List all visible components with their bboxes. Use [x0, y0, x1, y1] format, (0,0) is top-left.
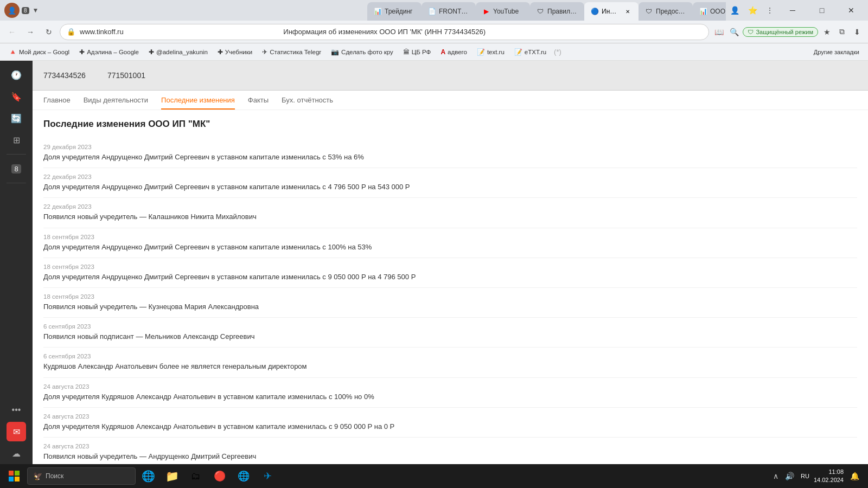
tab-predost[interactable]: 🛡 Предоставл...	[639, 2, 693, 21]
sidebar-icon-bookmark[interactable]: 🔖	[7, 87, 26, 106]
bookmark-cbrf[interactable]: 🏛 ЦБ РФ	[399, 47, 436, 57]
bookmark-advego[interactable]: A адвего	[436, 47, 471, 57]
main-layout: 🕐 🔖 🔄 ⊞ 8 ••• ✉ ☁ 7734434526	[0, 61, 868, 467]
change-item-3: 18 сентября 2023 Доля учредителя Андруще…	[43, 228, 857, 258]
tab-youtube[interactable]: ▶ YouTube	[476, 2, 530, 21]
search-icon[interactable]: 🔍	[727, 25, 741, 38]
bookmark-uchebs[interactable]: ✚ Учебники	[213, 47, 257, 57]
sidebar-icon-apps[interactable]: ⊞	[7, 130, 26, 150]
secure-mode-badge[interactable]: 🛡 Защищённый режим	[743, 27, 818, 37]
forward-button[interactable]: →	[23, 24, 38, 40]
bookmark-label-stats: Статистика Telegr	[270, 49, 321, 55]
nav-tab-activities[interactable]: Виды деятельности	[84, 96, 148, 110]
change-item-6: 6 сентября 2023 Появился новый подписант…	[43, 318, 857, 348]
refresh-button[interactable]: ↻	[41, 24, 56, 40]
bookmark-favicon-stats: ✈	[262, 48, 267, 56]
favorites-icon[interactable]: ⭐	[746, 4, 760, 17]
sidebar-icon-clock[interactable]: 🕐	[7, 65, 26, 85]
bookmark-adelina-tg[interactable]: ✚ @adelina_yakunin	[144, 47, 212, 57]
sidebar-icon-cloud[interactable]: ☁	[7, 444, 26, 463]
tab-favicon-youtube: ▶	[482, 8, 490, 15]
bookmark-favicon-my-disk: 🔺	[9, 48, 17, 56]
collections-icon[interactable]: ⧉	[835, 25, 848, 38]
content-area: 7734434526 771501001 Главное Виды деятел…	[33, 61, 868, 467]
bookmark-etxt[interactable]: 📝 eTXT.ru	[510, 47, 551, 57]
sidebar-icon-refresh[interactable]: 🔄	[7, 108, 26, 128]
read-mode-icon[interactable]: 📖	[712, 25, 725, 38]
nav-tab-facts[interactable]: Факты	[248, 96, 269, 110]
sidebar-divider-1	[7, 154, 26, 155]
change-date-2: 22 декабря 2023	[43, 203, 857, 210]
inn-block-2: 771501001	[107, 71, 145, 80]
change-date-3: 18 сентября 2023	[43, 234, 857, 240]
tab-trading[interactable]: 📊 Трейдинг	[367, 2, 422, 21]
taskbar-app-telegram[interactable]: ✈	[256, 465, 279, 487]
shield-icon: 🛡	[748, 29, 754, 35]
svg-rect-3	[15, 477, 20, 481]
bookmark-photo[interactable]: 📷 Сделать фото кру	[327, 47, 398, 57]
bookmark-favicon-advego: A	[441, 48, 445, 56]
bookmark-textru[interactable]: 📝 text.ru	[473, 47, 509, 57]
taskbar-search-bird: 🦅	[33, 472, 42, 480]
nav-tab-main[interactable]: Главное	[43, 96, 71, 110]
window-controls: 👤 ⭐ ⋮ ─ □ ✕	[728, 0, 864, 21]
sidebar-icon-more[interactable]: •••	[7, 400, 26, 420]
notification-center-icon[interactable]: 🔔	[848, 471, 861, 481]
minimize-button[interactable]: ─	[780, 0, 805, 21]
bookmark-more[interactable]: Другие закладки	[809, 47, 864, 57]
apps-icon: ⊞	[13, 135, 20, 145]
tab-favicon-predost: 🛡	[645, 8, 653, 15]
chevron-icon[interactable]: ∧	[771, 471, 781, 481]
tab-info[interactable]: 🔵 Информ... ✕	[584, 2, 639, 21]
close-button[interactable]: ✕	[839, 0, 864, 21]
change-date-7: 6 сентября 2023	[43, 353, 857, 359]
change-item-4: 18 сентября 2023 Доля учредителя Андруще…	[43, 258, 857, 288]
sidebar-icon-mail[interactable]: ✉	[7, 422, 26, 441]
menu-icon[interactable]: ⋮	[764, 4, 776, 17]
nav-tab-changes[interactable]: Последние изменения	[161, 96, 235, 110]
bookmark-label-textru: text.ru	[487, 49, 505, 55]
back-button[interactable]: ←	[4, 24, 20, 40]
bookmark-label-advego: адвего	[448, 49, 467, 55]
badge-icon: 8	[11, 164, 21, 174]
download-icon[interactable]: ⬇	[851, 25, 864, 38]
change-text-5: Появился новый учредитель — Кузнецова Ма…	[43, 302, 857, 312]
speaker-icon[interactable]: 🔊	[783, 471, 796, 481]
taskbar-search-box[interactable]: 🦅 Поиск	[27, 467, 136, 485]
bookmark-favicon-photo: 📷	[331, 48, 339, 56]
change-date-8: 24 августа 2023	[43, 383, 857, 390]
maximize-button[interactable]: □	[809, 0, 834, 21]
user-icon[interactable]: 👤	[728, 4, 742, 17]
bookmark-label-adelina: Адэлина – Google	[87, 49, 139, 55]
taskbar-app-explorer[interactable]: 📁	[161, 465, 183, 487]
address-bar-container: 🔒 www.tinkoff.ru Информация об изменения…	[60, 24, 709, 40]
changes-section: Последние изменения ООО ИП "МК" 29 декаб…	[33, 110, 868, 467]
bookmark-adelina[interactable]: ✚ Адэлина – Google	[75, 47, 143, 57]
tab-label-predost: Предоставл...	[656, 8, 686, 15]
change-text-1: Доля учредителя Андрущенко Дмитрий Серге…	[43, 182, 857, 192]
expand-icon[interactable]: ▼	[33, 7, 39, 14]
address-bar: ← → ↻ 🔒 www.tinkoff.ru Информация об изм…	[0, 21, 868, 43]
notification-badge[interactable]: 8	[22, 7, 29, 14]
profile-avatar[interactable]: 👤	[4, 3, 20, 18]
tab-close-info[interactable]: ✕	[623, 7, 632, 16]
tab-ooo[interactable]: 📊 ООО "Аль...	[693, 2, 726, 21]
bookmark-label-photo: Сделать фото кру	[341, 49, 393, 55]
start-button[interactable]	[2, 464, 26, 488]
change-text-8: Доля учредителя Кудряшов Александр Анато…	[43, 392, 857, 402]
taskbar-app-unknown1[interactable]: 🔴	[208, 465, 231, 487]
tab-rules[interactable]: 🛡 Правила и...	[530, 2, 584, 21]
bookmark-my-disk[interactable]: 🔺 Мой диск – Googl	[4, 47, 74, 57]
taskbar-lang: RU	[801, 473, 809, 479]
favorites-star-icon[interactable]: ★	[820, 25, 833, 38]
taskbar-app-edge[interactable]: 🌐	[137, 465, 159, 487]
bookmark-more-star: (*)	[552, 48, 564, 56]
taskbar-app-mail[interactable]: 🗂	[184, 465, 207, 487]
change-text-10: Появился новый учредитель — Андрущенко Д…	[43, 452, 857, 461]
taskbar-app-chrome[interactable]: 🌐	[232, 465, 255, 487]
sidebar-icon-badge[interactable]: 8	[7, 159, 26, 178]
change-date-6: 6 сентября 2023	[43, 323, 857, 330]
nav-tab-reports[interactable]: Бух. отчётность	[282, 96, 333, 110]
tab-frontiers[interactable]: 📄 FRONTIERS	[422, 2, 476, 21]
bookmark-stats[interactable]: ✈ Статистика Telegr	[258, 47, 326, 57]
